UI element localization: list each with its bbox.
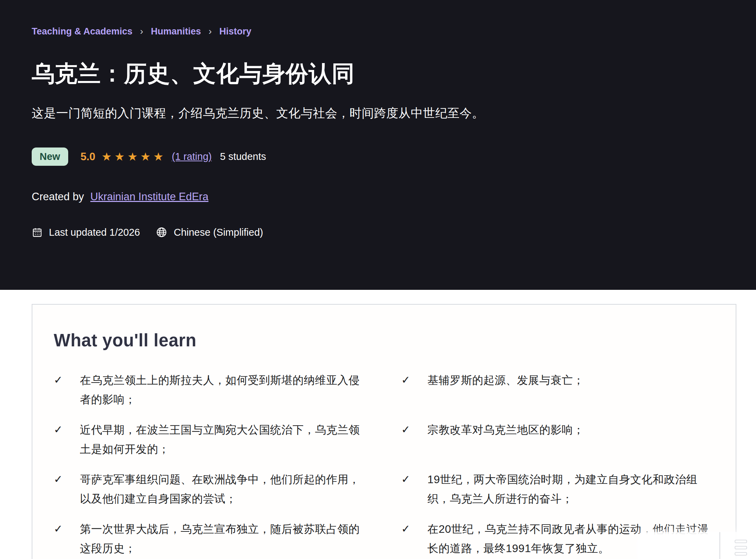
created-by-label: Created by	[32, 191, 84, 203]
learn-item-text: 在乌克兰领土上的斯拉夫人，如何受到斯堪的纳维亚入侵者的影响；	[80, 370, 367, 409]
check-icon: ✓	[401, 370, 413, 390]
course-hero: Teaching & Academics › Humanities › Hist…	[0, 0, 756, 290]
star-rating-icon: ★★★★★	[102, 150, 166, 163]
breadcrumb-link-history[interactable]: History	[219, 26, 251, 37]
list-item: ✓ 宗教改革对乌克兰地区的影响；	[401, 420, 714, 459]
breadcrumb-separator-icon: ›	[140, 26, 143, 37]
check-icon: ✓	[401, 420, 413, 439]
course-meta-row: Last updated 1/2026 Chinese (Simplified)	[32, 226, 724, 238]
breadcrumb-separator-icon: ›	[208, 26, 211, 37]
learn-item-text: 宗教改革对乌克兰地区的影响；	[427, 420, 584, 439]
check-icon: ✓	[54, 370, 65, 390]
learn-item-text: 第一次世界大战后，乌克兰宣布独立，随后被苏联占领的这段历史；	[80, 519, 367, 558]
last-updated-text: Last updated 1/2026	[49, 227, 140, 238]
check-icon: ✓	[54, 420, 65, 439]
list-item: ✓ 近代早期，在波兰王国与立陶宛大公国统治下，乌克兰领土是如何开发的；	[54, 420, 367, 459]
check-icon: ✓	[54, 519, 65, 539]
rating-count-link[interactable]: (1 rating)	[172, 151, 212, 162]
created-by-row: Created by Ukrainian Institute EdEra	[32, 191, 724, 203]
learn-item-text: 哥萨克军事组织问题、在欧洲战争中，他们所起的作用，以及他们建立自身国家的尝试；	[80, 470, 367, 508]
students-count: 5 students	[220, 151, 266, 162]
instructor-link[interactable]: Ukrainian Institute EdEra	[90, 191, 208, 203]
list-item: ✓ 基辅罗斯的起源、发展与衰亡；	[401, 370, 714, 409]
calendar-icon	[32, 227, 43, 238]
learn-item-text: 近代早期，在波兰王国与立陶宛大公国统治下，乌克兰领土是如何开发的；	[80, 420, 367, 459]
list-item: ✓ 哥萨克军事组织问题、在欧洲战争中，他们所起的作用，以及他们建立自身国家的尝试…	[54, 470, 367, 508]
overlay-artifact	[638, 532, 752, 559]
rating-row: New 5.0 ★★★★★ (1 rating) 5 students	[32, 148, 724, 166]
list-item: ✓ 第一次世界大战后，乌克兰宣布独立，随后被苏联占领的这段历史；	[54, 519, 367, 558]
learn-item-text: 19世纪，两大帝国统治时期，为建立自身文化和政治组织，乌克兰人所进行的奋斗；	[427, 470, 714, 508]
breadcrumb-link-humanities[interactable]: Humanities	[151, 26, 201, 37]
new-badge: New	[32, 148, 68, 166]
breadcrumb: Teaching & Academics › Humanities › Hist…	[32, 26, 724, 37]
list-item: ✓ 在乌克兰领土上的斯拉夫人，如何受到斯堪的纳维亚入侵者的影响；	[54, 370, 367, 409]
course-title: 乌克兰：历史、文化与身份认同	[32, 58, 724, 89]
list-item: ✓ 19世纪，两大帝国统治时期，为建立自身文化和政治组织，乌克兰人所进行的奋斗；	[401, 470, 714, 508]
learn-objectives-list: ✓ 在乌克兰领土上的斯拉夫人，如何受到斯堪的纳维亚入侵者的影响； ✓ 基辅罗斯的…	[54, 370, 714, 558]
course-language: Chinese (Simplified)	[174, 227, 263, 238]
course-subtitle: 这是一门简短的入门课程，介绍乌克兰历史、文化与社会，时间跨度从中世纪至今。	[32, 105, 724, 121]
learn-item-text: 基辅罗斯的起源、发展与衰亡；	[427, 370, 584, 390]
rating-value: 5.0	[81, 151, 95, 163]
check-icon: ✓	[401, 519, 413, 539]
what-youll-learn-title: What you'll learn	[54, 330, 714, 350]
check-icon: ✓	[401, 470, 413, 489]
globe-icon	[156, 226, 167, 238]
what-youll-learn-card: What you'll learn ✓ 在乌克兰领土上的斯拉夫人，如何受到斯堪的…	[32, 304, 736, 559]
breadcrumb-link-teaching-academics[interactable]: Teaching & Academics	[32, 26, 133, 37]
check-icon: ✓	[54, 470, 65, 489]
